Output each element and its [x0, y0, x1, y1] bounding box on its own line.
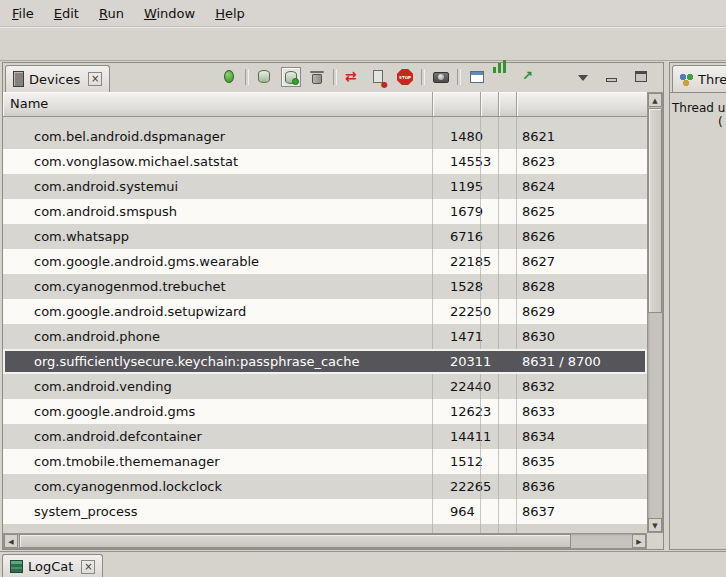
maximize-icon[interactable] — [631, 67, 651, 87]
process-name: com.cyanogenmod.lockclock — [3, 474, 433, 499]
empty-cell — [481, 299, 499, 324]
process-pid: 6716 — [433, 224, 481, 249]
table-row[interactable]: com.android.defcontainer 14411 8634 — [3, 424, 647, 449]
table-row[interactable]: com.android.systemui 1195 8624 — [3, 174, 647, 199]
process-name: com.bel.android.dspmanager — [3, 124, 433, 149]
scroll-right-icon[interactable] — [632, 534, 646, 548]
table-row[interactable]: system_process 964 8637 — [3, 499, 647, 524]
empty-cell — [499, 324, 517, 349]
scroll-up-icon[interactable] — [648, 93, 662, 107]
table-row[interactable]: com.android.smspush 1679 8625 — [3, 199, 647, 224]
scroll-left-icon[interactable] — [4, 534, 18, 548]
process-pid: 20311 — [433, 349, 481, 374]
process-port: 8634 — [517, 424, 647, 449]
empty-cell — [481, 249, 499, 274]
process-name: org.sufficientlysecure.keychain:passphra… — [3, 349, 433, 374]
minimize-icon[interactable] — [602, 67, 622, 87]
devices-toolbar — [219, 67, 539, 87]
empty-cell — [481, 124, 499, 149]
table-row[interactable]: com.android.vending 22440 8632 — [3, 374, 647, 399]
process-pid: 12623 — [433, 399, 481, 424]
menu-run[interactable]: Run — [89, 3, 134, 24]
empty-cell — [499, 224, 517, 249]
cause-gc-icon[interactable] — [307, 67, 327, 87]
process-name: com.google.android.gms.wearable — [3, 249, 433, 274]
toolbar-separator — [333, 69, 337, 85]
screen-capture-icon[interactable] — [431, 67, 451, 87]
logcat-icon — [10, 560, 23, 573]
tab-devices[interactable]: Devices × — [5, 65, 110, 92]
table-row[interactable]: com.bel.android.dspmanager 1480 8621 — [3, 124, 647, 149]
table-row[interactable]: com.google.android.setupwizard 22250 862… — [3, 299, 647, 324]
close-icon[interactable]: × — [81, 560, 95, 574]
menu-file[interactable]: File — [2, 3, 44, 24]
method-profiling-icon[interactable] — [369, 67, 389, 87]
update-heap-icon[interactable] — [255, 67, 275, 87]
process-name: com.android.defcontainer — [3, 424, 433, 449]
menu-help[interactable]: Help — [205, 3, 255, 24]
column-header-2[interactable] — [481, 92, 499, 116]
menu-window[interactable]: Window — [134, 3, 205, 24]
tab-logcat-label: LogCat — [28, 559, 73, 574]
process-name: com.android.smspush — [3, 199, 433, 224]
debug-process-icon[interactable] — [219, 67, 239, 87]
column-header-1[interactable] — [433, 92, 481, 116]
process-name: com.cyanogenmod.trebuchet — [3, 274, 433, 299]
column-header-name[interactable]: Name — [3, 92, 433, 116]
process-port: 8635 — [517, 449, 647, 474]
empty-cell — [499, 199, 517, 224]
process-port: 8627 — [517, 249, 647, 274]
stop-process-icon[interactable] — [395, 67, 415, 87]
tab-threads[interactable]: Threads — [672, 65, 726, 92]
empty-cell — [499, 449, 517, 474]
table-row[interactable]: com.cyanogenmod.lockclock 22265 8636 — [3, 474, 647, 499]
table-row[interactable]: com.tmobile.thememanager 1512 8635 — [3, 449, 647, 474]
scroll-down-icon[interactable] — [648, 518, 662, 532]
tab-logcat[interactable]: LogCat × — [2, 554, 103, 577]
column-header-3[interactable] — [499, 92, 517, 116]
empty-cell — [481, 174, 499, 199]
process-port: 8631 / 8700 — [517, 349, 647, 374]
table-row[interactable]: com.google.android.gms.wearable 22185 86… — [3, 249, 647, 274]
column-header-4[interactable] — [517, 92, 647, 116]
process-port: 8628 — [517, 274, 647, 299]
process-pid: 1471 — [433, 324, 481, 349]
ddms-window: FileEditRunWindowHelp Devices × Name — [0, 0, 726, 577]
table-row[interactable]: com.whatsapp 6716 8626 — [3, 224, 647, 249]
threads-message: Thread up ( — [670, 93, 726, 129]
table-row[interactable]: com.google.android.gms 12623 8633 — [3, 399, 647, 424]
view-hierarchy-icon[interactable] — [467, 67, 487, 87]
empty-cell — [499, 124, 517, 149]
vertical-scrollbar[interactable] — [647, 92, 663, 533]
process-port: 8624 — [517, 174, 647, 199]
horizontal-scrollbar[interactable] — [3, 533, 647, 549]
empty-cell — [481, 374, 499, 399]
empty-cell — [481, 349, 499, 374]
close-icon[interactable]: × — [88, 72, 102, 86]
vertical-scrollbar-thumb[interactable] — [648, 108, 662, 313]
process-name: com.google.android.setupwizard — [3, 299, 433, 324]
horizontal-scrollbar-thumb[interactable] — [19, 534, 571, 548]
menu-edit[interactable]: Edit — [44, 3, 89, 24]
network-stats-icon[interactable] — [519, 67, 539, 87]
process-pid: 1679 — [433, 199, 481, 224]
process-port: 8629 — [517, 299, 647, 324]
view-menu-icon[interactable] — [573, 67, 593, 87]
table-row[interactable]: com.android.phone 1471 8630 — [3, 324, 647, 349]
dump-hprof-icon[interactable] — [281, 67, 301, 87]
empty-cell — [481, 274, 499, 299]
empty-cell — [481, 499, 499, 524]
process-name: com.android.vending — [3, 374, 433, 399]
toolbar-separator — [421, 69, 425, 85]
update-threads-icon[interactable] — [343, 67, 363, 87]
table-row[interactable]: com.cyanogenmod.trebuchet 1528 8628 — [3, 274, 647, 299]
process-pid: 964 — [433, 499, 481, 524]
table-row[interactable]: org.sufficientlysecure.keychain:passphra… — [3, 349, 647, 374]
process-name: com.whatsapp — [3, 224, 433, 249]
empty-cell — [499, 499, 517, 524]
sysinfo-bars-icon[interactable] — [493, 67, 513, 87]
process-port: 8621 — [517, 124, 647, 149]
table-row[interactable]: com.vonglasow.michael.satstat 14553 8623 — [3, 149, 647, 174]
empty-cell — [481, 149, 499, 174]
empty-cell — [499, 149, 517, 174]
